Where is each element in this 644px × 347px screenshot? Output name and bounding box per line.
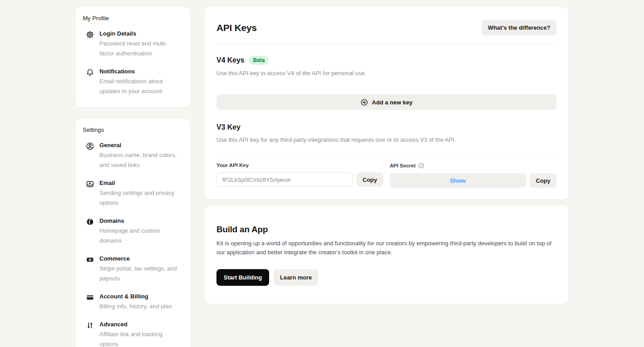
sidebar-item-desc: Stripe portal, tax settings, and payouts [99, 264, 180, 284]
sidebar-item-desc: Email notifications about updates to you… [99, 77, 180, 96]
page-title: API Keys [216, 23, 257, 33]
api-keys-card: API Keys What's the difference? V4 Keys … [205, 7, 568, 199]
plus-circle-icon [360, 99, 368, 106]
sidebar-item-account-billing[interactable]: Account & Billing Billing info, history,… [81, 288, 185, 316]
sidebar-item-title: Commerce [99, 255, 180, 262]
banknote-icon [86, 255, 95, 264]
gear-icon [86, 30, 95, 39]
add-new-key-label: Add a new key [372, 99, 412, 106]
sidebar-item-title: General [99, 141, 180, 149]
v4-keys-title: V4 Keys [216, 56, 244, 64]
inbox-icon [86, 180, 95, 189]
sidebar: My Profile Login Details Password reset … [76, 7, 190, 347]
sidebar-item-title: Login Details [99, 30, 180, 37]
api-key-copy-button[interactable]: Copy [356, 172, 384, 187]
v4-keys-description: Use this API key to access V4 of the API… [216, 69, 557, 77]
sidebar-item-desc: Homepage and custom domains [99, 226, 180, 246]
help-circle-icon[interactable]: ? [418, 162, 424, 169]
sidebar-item-domains[interactable]: Domains Homepage and custom domains [81, 212, 185, 250]
sidebar-item-desc: Billing info, history, and plan [99, 302, 172, 311]
sidebar-item-desc: Sending settings and privacy options [99, 188, 180, 208]
api-key-label: Your API Key [216, 162, 383, 168]
user-circle-icon [86, 142, 95, 151]
sidebar-item-login-details[interactable]: Login Details Password reset and multi-f… [81, 25, 185, 63]
sidebar-item-email[interactable]: Email Sending settings and privacy optio… [81, 175, 185, 212]
header-divider [216, 44, 557, 44]
sidebar-item-commerce[interactable]: Commerce Stripe portal, tax settings, an… [81, 250, 185, 288]
build-an-app-title: Build an App [216, 225, 557, 234]
sidebar-item-title: Domains [99, 217, 180, 225]
toggles-icon [86, 321, 95, 330]
credit-card-icon [86, 293, 95, 302]
start-building-button[interactable]: Start Building [216, 269, 269, 286]
settings-card: Settings General Business name, brand co… [76, 119, 190, 347]
build-an-app-card: Build an App Kit is opening up a world o… [205, 206, 568, 304]
api-secret-label: API Secret [390, 163, 416, 168]
add-new-key-button[interactable]: Add a new key [216, 95, 557, 110]
show-secret-link[interactable]: Show [450, 177, 466, 184]
sidebar-item-title: Email [99, 179, 180, 187]
my-profile-label: My Profile [81, 14, 185, 25]
v3-key-description: Use this API key for any third-party int… [216, 135, 557, 144]
api-key-input[interactable] [216, 172, 353, 187]
sidebar-item-title: Account & Billing [99, 293, 172, 300]
learn-more-button[interactable]: Learn more [274, 269, 318, 286]
build-an-app-description: Kit is opening up a world of opportuniti… [216, 239, 557, 257]
bell-icon [86, 68, 95, 77]
v3-key-title: V3 Key [216, 123, 557, 131]
main-content: API Keys What's the difference? V4 Keys … [205, 7, 568, 304]
sidebar-item-title: Advanced [99, 320, 180, 328]
my-profile-card: My Profile Login Details Password reset … [76, 7, 190, 107]
whats-the-difference-button[interactable]: What's the difference? [482, 20, 557, 36]
sidebar-item-desc: Password reset and multi-factor authenti… [99, 39, 180, 59]
sidebar-item-desc: Affiliate link and tracking options [99, 329, 180, 347]
svg-text:?: ? [420, 164, 422, 167]
sidebar-item-general[interactable]: General Business name, brand colors, and… [81, 137, 185, 175]
api-secret-copy-button[interactable]: Copy [530, 173, 557, 188]
sidebar-item-desc: Business name, brand colors, and saved l… [99, 150, 180, 170]
sidebar-item-notifications[interactable]: Notifications Email notifications about … [81, 63, 185, 101]
sidebar-item-advanced[interactable]: Advanced Affiliate link and tracking opt… [81, 316, 185, 347]
sidebar-item-title: Notifications [99, 68, 180, 75]
settings-label: Settings [81, 126, 185, 137]
api-secret-field[interactable]: Show [390, 173, 526, 188]
v3-divider [216, 155, 557, 155]
globe-icon [86, 217, 95, 226]
beta-badge: Beta [249, 56, 269, 65]
